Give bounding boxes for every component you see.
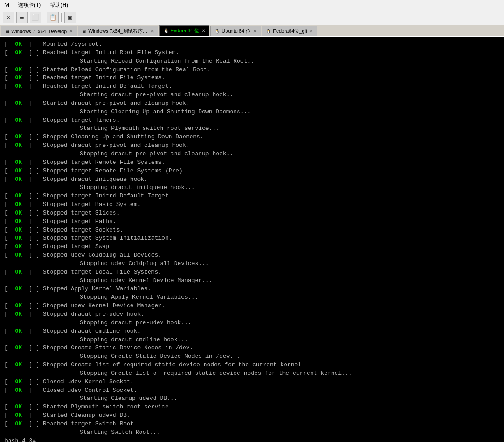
terminal-line: [ OK ] ] Stopped dracut initqueue hook. [4,176,500,184]
tab-fedora64-git[interactable]: 🐧 Fedora64位_git ✕ [262,26,317,36]
ok-status: OK [8,310,29,319]
bracket-close: ] [29,226,33,235]
ok-status: OK [8,420,29,429]
tab-close-2[interactable]: ✕ [201,29,205,33]
ok-status: OK [8,142,29,150]
terminal-line: [ OK ] ] Mounted /sysroot. [4,40,500,49]
minimize-toolbar-btn[interactable]: ▬ [16,12,28,23]
tab-windows-develop[interactable]: 🖥 Windows 7_x64_Develop ✕ [1,26,77,36]
ok-status: OK [8,99,29,108]
tab-icon-0: 🖥 [5,29,9,34]
terminal-line: [ OK ] ] Stopped target Sockets. [4,226,500,235]
bracket-close: ] [29,386,33,395]
line-content: ] Reached target Initrd Root File System… [32,49,179,57]
line-content: ] Stopped target Local File Systems. [32,268,162,277]
tab-label-2: Fedora 64 位 [171,27,199,34]
ok-status: OK [8,234,29,243]
terminal-line: [ OK ] ] Stopped Cleaning Up and Shuttin… [4,133,500,142]
terminal-line: Stopping Create list of required static … [4,369,500,378]
line-content: ] Stopped udev Kernel Device Manager. [32,302,165,310]
bracket-close: ] [29,403,33,412]
bracket-close: ] [29,209,33,218]
bracket-open: [ [4,133,8,142]
tab-fedora64[interactable]: 🐧 Fedora 64 位 ✕ [159,25,209,36]
terminal-line: [ OK ] ] Reached target Initrd File Syst… [4,74,500,82]
tab-close-0[interactable]: ✕ [68,29,73,34]
ok-status: OK [8,167,29,176]
line-content: ] Reached target Switch Root. [32,420,137,429]
line-content: ] Stopped target Swap. [32,243,112,251]
bracket-close: ] [29,176,33,184]
tab-ubuntu64[interactable]: 🐧 Ubuntu 64 位 ✕ [210,26,261,36]
bracket-open: [ [4,420,8,429]
close-toolbar-btn[interactable]: ✕ [3,12,14,23]
help-menu[interactable]: 帮助(H) [47,0,71,10]
clipboard-toolbar-btn[interactable]: 📋 [47,12,59,23]
bracket-close: ] [29,74,33,82]
bracket-open: [ [4,66,8,74]
terminal-line: Stopping dracut cmdline hook... [4,336,500,344]
bracket-close: ] [29,192,33,201]
tab-label-1: Windows 7x64_测试程序安装 [88,28,148,34]
terminal-line: [ OK ] ] Reached target Initrd Root File… [4,49,500,57]
tab-menu[interactable]: 选项卡(T) [15,0,43,10]
ok-status: OK [8,209,29,218]
line-content: ] Started Cleanup udevd DB. [32,412,130,420]
terminal-line: [ OK ] ] Stopped Create list of required… [4,361,500,369]
bracket-open: [ [4,243,8,251]
tab-icon-1: 🖥 [82,29,86,34]
ok-status: OK [8,66,29,74]
terminal-line: Stopping Apply Kernel Variables... [4,293,500,302]
bracket-open: [ [4,234,8,243]
bracket-open: [ [4,361,8,369]
ok-status: OK [8,192,29,201]
bracket-open: [ [4,167,8,176]
terminal-line: [ OK ] ] Started Reload Configuration fr… [4,66,500,74]
terminal-line: [ OK ] ] Stopped Apply Kernel Variables. [4,285,500,293]
line-content: ] Closed udev Kernel Socket. [32,378,133,386]
ok-status: OK [8,344,29,352]
bracket-open: [ [4,386,8,395]
fullscreen-toolbar-btn[interactable]: ▣ [64,12,76,23]
bracket-open: [ [4,74,8,82]
terminal-output[interactable]: [ OK ] ] Mounted /sysroot.[ OK ] ] Reach… [0,37,504,442]
line-content: ] Stopped target Timers. [32,116,120,125]
bracket-close: ] [29,361,33,369]
tab-close-3[interactable]: ✕ [252,29,257,34]
bracket-close: ] [29,268,33,277]
bracket-close: ] [29,201,33,209]
tab-windows-test[interactable]: 🖥 Windows 7x64_测试程序安装 ✕ [78,26,158,36]
terminal-line: bash-4.3# _ [4,437,500,442]
line-content: Stopping Create Static Device Nodes in /… [80,352,240,361]
ok-status: OK [8,159,29,167]
line-content: ] Stopped Create list of required static… [32,361,305,369]
terminal-line: [ OK ] ] Started Plymouth switch root se… [4,403,500,412]
terminal-line: [ OK ] ] Stopped dracut cmdline hook. [4,327,500,336]
tab-icon-3: 🐧 [214,29,220,34]
line-content: ] Closed udev Control Socket. [32,386,137,395]
bracket-close: ] [29,66,33,74]
bracket-close: ] [29,133,33,142]
line-content: ] Started dracut pre-pivot and cleanup h… [32,99,189,108]
bracket-open: [ [4,403,8,412]
m-menu[interactable]: M [2,1,12,9]
restore-toolbar-btn[interactable]: ⬜ [30,12,41,23]
ok-status: OK [8,243,29,251]
bracket-open: [ [4,49,8,57]
terminal-line: [ OK ] ] Stopped udev Kernel Device Mana… [4,302,500,310]
tabbar: 🖥 Windows 7_x64_Develop ✕ 🖥 Windows 7x64… [0,25,504,37]
ok-status: OK [8,361,29,369]
toolbar-separator2 [61,13,62,22]
ok-status: OK [8,327,29,336]
terminal-line: Starting Plymouth switch root service... [4,124,500,133]
terminal-line: Stopping dracut initqueue hook... [4,184,500,192]
tab-close-1[interactable]: ✕ [150,29,154,34]
bracket-close: ] [29,167,33,176]
bracket-close: ] [29,159,33,167]
bracket-open: [ [4,251,8,260]
terminal-line: [ OK ] ] Reached target Initrd Default T… [4,82,500,91]
ok-status: OK [8,268,29,277]
ok-status: OK [8,218,29,226]
line-content: Starting Switch Root... [80,429,160,437]
tab-close-4[interactable]: ✕ [309,29,313,34]
